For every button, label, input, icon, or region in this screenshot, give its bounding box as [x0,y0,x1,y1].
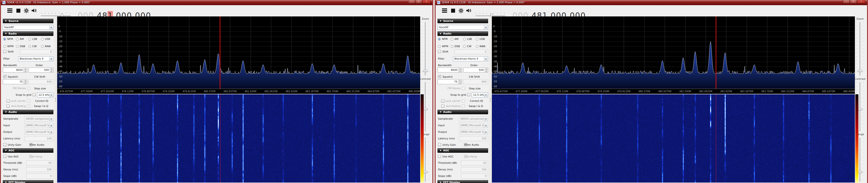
agc-panel-header[interactable]: ▼AGC [3,148,53,153]
agc-panel-header[interactable]: ▼AGC [437,148,488,153]
zoom-slider[interactable] [858,22,862,76]
waterfall-canvas[interactable] [492,94,856,183]
mode-radio-wfm[interactable]: WFM [3,45,16,48]
mode-radio-cw[interactable]: CW [463,45,476,48]
source-panel-header[interactable]: ▼Source [437,19,488,23]
contrast-slider[interactable] [423,82,428,131]
settings-button[interactable] [458,7,464,14]
fft-display-panel-header[interactable]: ▼FFT Display [437,180,488,183]
range-slider-thumb[interactable] [858,171,862,173]
step-size-select[interactable]: 12.5 kHz▼ [37,93,53,97]
mode-radio-usb[interactable]: USB [476,37,488,41]
title-bar[interactable]: SDR# v1.0.0.1328 - IQ Imbalance: Gain = … [436,0,867,5]
minimize-button[interactable]: — [408,0,415,3]
snap-to-grid-checkbox[interactable] [33,93,36,96]
panel-splitter[interactable]: ▴▾ [54,17,57,183]
filter-select[interactable]: Blackman-Harris 4▼ [18,56,53,61]
mode-radio-nfm[interactable]: NFM [438,37,451,41]
mode-radio-cw[interactable]: CW [28,45,41,48]
filter-select[interactable]: Blackman-Harris 4▼ [453,56,488,61]
splitter-arrow-down-icon[interactable]: ▾ [55,100,56,102]
range-slider[interactable] [423,137,428,182]
source-select[interactable]: HackRF▼ [3,25,53,30]
unity-gain-checkbox[interactable] [438,143,441,146]
range-slider[interactable] [858,137,862,182]
shift-input[interactable]: 0 [20,49,53,54]
correct-iq-checkbox[interactable] [6,100,9,103]
spinner-arrows-icon[interactable]: ▲▼ [484,68,488,72]
maximize-button[interactable]: □ [415,0,422,3]
radio-panel-header[interactable]: ▼Radio [3,31,53,36]
swap-iq-checkbox[interactable] [441,105,444,108]
spinner-arrows-icon[interactable]: ▲▼ [24,68,27,72]
close-button[interactable]: × [857,0,865,3]
shift-input[interactable]: 0 [454,49,488,54]
contrast-slider[interactable] [858,82,862,131]
panel-splitter[interactable]: ▴▾ [489,17,492,183]
mode-radio-wfm[interactable]: WFM [438,45,451,48]
order-input[interactable]: 500▲▼ [463,68,488,73]
range-slider-thumb[interactable] [423,171,428,173]
radio-panel-header[interactable]: ▼Radio [437,31,488,36]
spinner-arrows-icon[interactable]: ▲▼ [50,68,53,72]
spinner-arrows-icon[interactable]: ▲▼ [24,80,27,84]
contrast-slider-thumb[interactable] [858,108,862,110]
contrast-slider-thumb[interactable] [423,108,428,110]
spectrum-canvas[interactable] [57,17,422,94]
step-size-select[interactable]: 12.5 kHz▼ [472,93,488,97]
latency-input: 100 [459,136,488,141]
mode-radio-lsb[interactable]: LSB [28,37,41,41]
audio-panel-header[interactable]: ▼Audio [3,110,53,114]
correct-iq-checkbox[interactable] [441,100,444,103]
title-bar[interactable]: SDR# v1.0.0.1328 - IQ Imbalance: Gain = … [1,0,432,5]
mode-label: USB [480,37,485,41]
close-button[interactable]: × [422,0,431,3]
zoom-slider-thumb[interactable] [423,70,428,72]
shift-checkbox[interactable] [3,50,6,53]
use-agc-checkbox[interactable] [3,155,6,158]
stop-button[interactable] [450,7,456,14]
squelch-input[interactable]: 75▲▼ [437,79,462,84]
squelch-checkbox[interactable] [438,75,441,78]
spectrum-canvas[interactable] [492,17,856,94]
mode-radio-am[interactable]: AM [451,37,463,41]
splitter-arrow-up-icon[interactable]: ▴ [55,97,56,100]
maximize-button[interactable]: □ [850,0,857,3]
menu-button[interactable] [441,7,448,14]
unity-gain-checkbox[interactable] [3,143,6,146]
squelch-checkbox[interactable] [3,75,6,78]
snap-to-grid-checkbox[interactable] [467,93,470,96]
zoom-slider-thumb[interactable] [858,70,862,72]
source-panel-header[interactable]: ▼Source [3,19,53,23]
mode-radio-raw[interactable]: RAW [476,45,488,48]
splitter-arrow-down-icon[interactable]: ▾ [490,100,491,102]
bandwidth-input[interactable]: 8000▲▼ [3,68,27,73]
mute-button[interactable] [31,7,37,14]
order-input[interactable]: 500▲▼ [29,68,53,73]
mode-radio-usb[interactable]: USB [41,37,54,41]
source-select[interactable]: HackRF▼ [437,25,488,30]
spinner-arrows-icon[interactable]: ▲▼ [458,68,462,72]
spinner-arrows-icon[interactable]: ▲▼ [458,80,462,84]
zoom-slider[interactable] [423,22,428,76]
squelch-input[interactable]: 75▲▼ [3,79,27,84]
menu-button[interactable] [6,7,13,14]
waterfall-canvas[interactable] [57,94,422,183]
bandwidth-input[interactable]: 8000▲▼ [437,68,462,73]
mode-radio-dsb[interactable]: DSB [16,45,29,48]
mute-button[interactable] [466,7,472,14]
mode-radio-dsb[interactable]: DSB [451,45,463,48]
mode-radio-lsb[interactable]: LSB [463,37,476,41]
settings-button[interactable] [23,7,30,14]
stop-button[interactable] [15,7,22,14]
mode-radio-am[interactable]: AM [16,37,29,41]
minimize-button[interactable]: — [843,0,850,3]
mode-radio-raw[interactable]: RAW [41,45,54,48]
fft-display-panel-header[interactable]: ▼FFT Display [3,180,53,183]
shift-checkbox[interactable] [438,50,441,53]
splitter-arrow-up-icon[interactable]: ▴ [490,97,491,100]
swap-iq-checkbox[interactable] [6,105,9,108]
audio-panel-header[interactable]: ▼Audio [437,110,488,114]
use-agc-checkbox[interactable] [438,155,441,158]
mode-radio-nfm[interactable]: NFM [3,37,16,41]
